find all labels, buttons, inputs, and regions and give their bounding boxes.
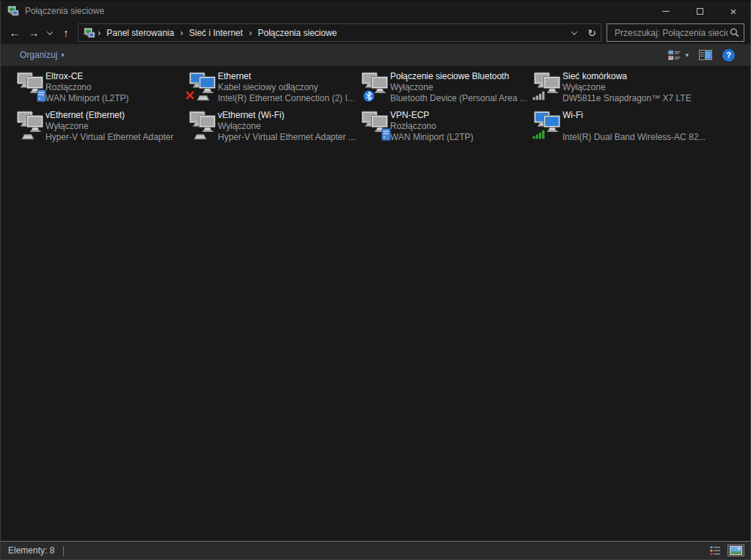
connection-text: vEthernet (Wi-Fi) Wyłączone Hyper-V Virt… bbox=[218, 110, 356, 143]
connection-text: Sieć komórkowa Wyłączone DW5811e Snapdra… bbox=[563, 71, 692, 104]
connection-name: Połączenie sieciowe Bluetooth bbox=[390, 71, 527, 82]
refresh-button[interactable]: ↻ bbox=[583, 24, 601, 41]
connection-status: Wyłączone bbox=[563, 82, 692, 93]
address-dropdown-button[interactable] bbox=[565, 24, 583, 41]
connection-item[interactable]: vEthernet (Ethernet) Wyłączone Hyper-V V… bbox=[17, 110, 189, 149]
connection-status: Rozłączono bbox=[45, 82, 129, 93]
connection-item[interactable]: VPN-ECP Rozłączono WAN Miniport (L2TP) bbox=[362, 110, 534, 149]
breadcrumb-item[interactable]: Panel sterowania bbox=[101, 28, 179, 38]
views-icon bbox=[668, 50, 681, 61]
network-adapter-icon bbox=[189, 111, 216, 137]
up-button[interactable]: ↑ bbox=[56, 23, 76, 43]
chevron-down-icon bbox=[47, 29, 53, 34]
up-icon: ↑ bbox=[63, 26, 69, 39]
close-icon: × bbox=[730, 6, 737, 17]
signal-bars-icon bbox=[532, 90, 546, 100]
network-adapter-icon bbox=[534, 72, 560, 98]
connection-device: Hyper-V Virtual Ethernet Adapter ... bbox=[218, 132, 356, 143]
organize-button[interactable]: Organizuj ▾ bbox=[11, 44, 73, 66]
ethernet-plug-icon bbox=[196, 92, 210, 101]
connection-device: Hyper-V Virtual Ethernet Adapter bbox=[45, 132, 174, 143]
connections-grid: Eltrox-CE Rozłączono WAN Miniport (L2TP) bbox=[17, 71, 750, 149]
command-bar: Organizuj ▾ ▾ bbox=[1, 44, 750, 66]
connection-item[interactable]: Sieć komórkowa Wyłączone DW5811e Snapdra… bbox=[534, 71, 706, 110]
connection-name: Wi-Fi bbox=[563, 110, 706, 121]
network-connections-app-icon bbox=[7, 5, 19, 17]
connection-status: Kabel sieciowy odłączony bbox=[218, 82, 355, 93]
connection-item[interactable]: Ethernet Kabel sieciowy odłączony Intel(… bbox=[189, 71, 362, 110]
red-x-icon bbox=[186, 91, 194, 100]
network-adapter-icon bbox=[362, 72, 388, 98]
connection-device: DW5811e Snapdragon™ X7 LTE bbox=[563, 93, 692, 104]
connection-text: Ethernet Kabel sieciowy odłączony Intel(… bbox=[218, 71, 355, 104]
connection-name: vEthernet (Ethernet) bbox=[45, 110, 174, 121]
connection-status: Wyłączone bbox=[390, 82, 527, 93]
explorer-window: Połączenia sieciowe × ← → ↑ › Panel ster… bbox=[0, 0, 751, 560]
status-separator bbox=[63, 546, 64, 556]
preview-pane-button[interactable] bbox=[694, 44, 717, 66]
forward-button[interactable]: → bbox=[24, 23, 43, 43]
breadcrumb-item[interactable]: Sieć i Internet bbox=[184, 28, 248, 38]
connection-name: vEthernet (Wi-Fi) bbox=[218, 110, 356, 121]
help-icon: ? bbox=[722, 49, 735, 62]
connection-name: Eltrox-CE bbox=[45, 71, 129, 82]
connection-text: Wi-Fi Intel(R) Dual Band Wireless-AC 82.… bbox=[563, 110, 706, 143]
network-adapter-icon bbox=[17, 72, 43, 98]
organize-label: Organizuj bbox=[20, 50, 57, 60]
view-thumbnails-button[interactable] bbox=[728, 545, 744, 556]
minimize-icon bbox=[662, 11, 670, 12]
network-adapter-icon bbox=[17, 111, 43, 137]
connection-text: Połączenie sieciowe Bluetooth Wyłączone … bbox=[390, 71, 527, 104]
minimize-button[interactable] bbox=[649, 1, 683, 21]
network-adapter-icon bbox=[534, 111, 560, 137]
search-box[interactable] bbox=[607, 23, 744, 42]
connection-name: VPN-ECP bbox=[390, 110, 474, 121]
connection-name: Sieć komórkowa bbox=[563, 71, 692, 82]
view-details-button[interactable] bbox=[707, 542, 724, 559]
breadcrumb-item[interactable]: Połączenia sieciowe bbox=[252, 28, 342, 38]
connection-device: Bluetooth Device (Personal Area ... bbox=[390, 93, 527, 104]
back-icon: ← bbox=[10, 26, 21, 39]
connection-item[interactable]: Połączenie sieciowe Bluetooth Wyłączone … bbox=[362, 71, 534, 110]
network-adapter-icon bbox=[189, 72, 216, 98]
wan-device-icon bbox=[37, 89, 46, 102]
wan-device-icon bbox=[381, 128, 391, 141]
connection-device: WAN Miniport (L2TP) bbox=[45, 93, 129, 104]
breadcrumb-folder-icon bbox=[84, 27, 95, 39]
help-button[interactable]: ? bbox=[717, 44, 740, 66]
refresh-icon: ↻ bbox=[587, 27, 596, 39]
search-icon[interactable] bbox=[730, 28, 739, 37]
connection-item[interactable]: vEthernet (Wi-Fi) Wyłączone Hyper-V Virt… bbox=[189, 110, 362, 149]
signal-bars-icon bbox=[532, 129, 546, 139]
close-button[interactable]: × bbox=[717, 1, 750, 21]
bluetooth-icon bbox=[363, 90, 375, 102]
connection-text: Eltrox-CE Rozłączono WAN Miniport (L2TP) bbox=[45, 71, 129, 104]
chevron-down-icon: ▾ bbox=[61, 51, 65, 59]
maximize-button[interactable] bbox=[683, 1, 717, 21]
navigation-bar: ← → ↑ › Panel sterowania›Sieć i Internet… bbox=[1, 21, 750, 44]
history-dropdown-button[interactable] bbox=[43, 23, 56, 43]
connection-device: Intel(R) Dual Band Wireless-AC 82... bbox=[563, 132, 706, 143]
chevron-down-icon bbox=[571, 29, 577, 34]
items-count: Elementy: 8 bbox=[8, 545, 54, 556]
details-view-icon bbox=[710, 546, 721, 556]
connection-item[interactable]: Wi-Fi Intel(R) Dual Band Wireless-AC 82.… bbox=[534, 110, 706, 149]
ethernet-plug-icon bbox=[21, 130, 35, 140]
ethernet-plug-icon bbox=[193, 130, 208, 140]
folder-view[interactable]: Eltrox-CE Rozłączono WAN Miniport (L2TP) bbox=[1, 66, 750, 541]
connection-text: vEthernet (Ethernet) Wyłączone Hyper-V V… bbox=[45, 110, 174, 143]
window-titlebar: Połączenia sieciowe × bbox=[1, 1, 750, 21]
connection-status: Rozłączono bbox=[390, 121, 474, 132]
network-adapter-icon bbox=[362, 111, 388, 137]
search-input[interactable] bbox=[613, 27, 730, 39]
back-button[interactable]: ← bbox=[5, 23, 24, 43]
thumbnails-view-icon bbox=[730, 546, 742, 555]
connection-item[interactable]: Eltrox-CE Rozłączono WAN Miniport (L2TP) bbox=[17, 71, 189, 110]
connection-name: Ethernet bbox=[218, 71, 355, 82]
change-view-button[interactable]: ▾ bbox=[663, 44, 694, 66]
address-bar[interactable]: › Panel sterowania›Sieć i Internet›Połąc… bbox=[78, 23, 601, 42]
chevron-down-icon: ▾ bbox=[685, 51, 689, 59]
connection-device: Intel(R) Ethernet Connection (2) I... bbox=[218, 93, 355, 104]
connection-status: Wyłączone bbox=[45, 121, 174, 132]
connection-device: WAN Miniport (L2TP) bbox=[390, 132, 474, 143]
